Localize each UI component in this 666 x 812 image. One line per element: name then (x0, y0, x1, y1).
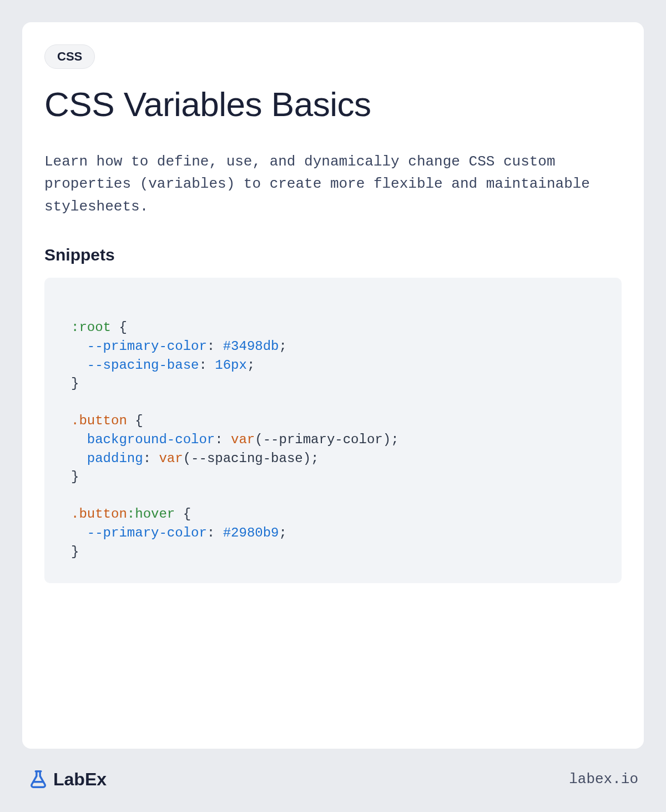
code-func-var1: var (231, 432, 255, 447)
code-pseudo-hover: :hover (127, 507, 175, 522)
brand-logo: LabEx (28, 769, 107, 790)
code-prop-primary-color: --primary-color (87, 339, 207, 354)
brand-name: LabEx (53, 769, 107, 790)
code-prop-padding: padding (87, 451, 143, 466)
code-var-arg2: (--spacing-base) (183, 451, 311, 466)
content-card: CSS CSS Variables Basics Learn how to de… (22, 22, 644, 749)
code-value-hover: #2980b9 (223, 525, 279, 540)
domain-text: labex.io (569, 771, 638, 788)
footer: LabEx labex.io (22, 749, 644, 790)
page-title: CSS Variables Basics (44, 84, 622, 124)
code-prop-bg: background-color (87, 432, 215, 447)
code-block: :root { --primary-color: #3498db; --spac… (44, 278, 622, 583)
code-prop-hover: --primary-color (87, 525, 207, 540)
code-prop-spacing-base: --spacing-base (87, 358, 199, 373)
code-selector-button-hover: .button (71, 507, 127, 522)
description-text: Learn how to define, use, and dynamicall… (44, 151, 622, 218)
snippets-heading: Snippets (44, 245, 622, 264)
code-var-arg1: (--primary-color) (255, 432, 391, 447)
code-func-var2: var (159, 451, 183, 466)
code-value-primary-color: #3498db (223, 339, 279, 354)
flask-icon (28, 769, 49, 790)
code-selector-root: :root (71, 320, 111, 335)
language-tag: CSS (44, 44, 95, 69)
code-value-spacing-base: 16px (215, 358, 247, 373)
code-selector-button: .button (71, 413, 127, 428)
